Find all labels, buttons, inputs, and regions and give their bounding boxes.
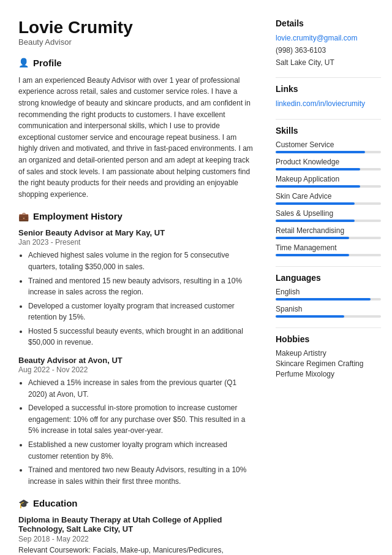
lang-2-label: Spanish	[276, 305, 381, 313]
skill-5-label: Sales & Upselling	[276, 209, 381, 218]
divider-2	[276, 119, 381, 120]
skill-4-bar-fill	[276, 202, 355, 205]
skill-3-bar-bg	[276, 185, 381, 188]
skill-2-label: Product Knowledge	[276, 158, 381, 166]
hobby-3: Perfume Mixology	[276, 370, 381, 378]
lang-1: English	[276, 288, 381, 300]
lang-1-label: English	[276, 288, 381, 296]
skill-1: Customer Service	[276, 140, 381, 153]
job-1-bullet-4: Hosted 5 successful beauty events, which…	[28, 326, 257, 348]
edu-1-degree: Diploma in Beauty Therapy at Utah Colleg…	[18, 515, 257, 534]
profile-text: I am an experienced Beauty Advisor with …	[18, 75, 257, 201]
languages-section: Languages English Spanish	[276, 273, 381, 318]
skill-2: Product Knowledge	[276, 158, 381, 170]
profile-heading: Profile	[33, 58, 62, 68]
skill-1-bar-bg	[276, 151, 381, 153]
languages-heading: Languages	[276, 273, 381, 283]
skill-5: Sales & Upselling	[276, 209, 381, 222]
links-section: Links linkedin.com/in/loviecrumity	[276, 84, 381, 109]
skill-3-label: Makeup Application	[276, 175, 381, 183]
job-2-bullets: Achieved a 15% increase in sales from th…	[18, 377, 257, 487]
job-1-bullet-1: Achieved highest sales volume in the reg…	[28, 250, 257, 272]
job-2-bullet-1: Achieved a 15% increase in sales from th…	[28, 377, 257, 400]
skill-4: Skin Care Advice	[276, 192, 381, 205]
edu-1-date: Sep 2018 - May 2022	[18, 535, 257, 543]
edu-entry-1: Diploma in Beauty Therapy at Utah Colleg…	[18, 515, 257, 555]
candidate-name: Lovie Crumity	[18, 18, 257, 37]
job-2-title: Beauty Advisor at Avon, UT	[18, 356, 257, 365]
employment-icon: 💼	[18, 212, 29, 221]
skill-4-label: Skin Care Advice	[276, 192, 381, 201]
education-icon: 🎓	[18, 499, 29, 508]
lang-2-bar-fill	[276, 315, 344, 318]
skills-section: Skills Customer Service Product Knowledg…	[276, 126, 381, 256]
linkedin-link[interactable]: linkedin.com/in/loviecrumity	[276, 99, 365, 108]
skill-6-label: Retail Merchandising	[276, 226, 381, 235]
skill-7-bar-bg	[276, 254, 381, 256]
skill-1-bar-fill	[276, 151, 365, 153]
details-heading: Details	[276, 18, 381, 28]
skill-6-bar-fill	[276, 237, 349, 239]
job-2-bullet-2: Developed a successful in-store promotio…	[28, 402, 257, 437]
education-section: 🎓 Education Diploma in Beauty Therapy at…	[18, 498, 257, 555]
profile-section: 👤 Profile I am an experienced Beauty Adv…	[18, 58, 257, 201]
skill-7-bar-fill	[276, 254, 349, 256]
skill-7-label: Time Management	[276, 243, 381, 252]
hobby-1: Makeup Artistry	[276, 349, 381, 358]
employment-section: 💼 Employment History Senior Beauty Advis…	[18, 211, 257, 487]
job-1-bullet-3: Developed a customer loyalty program tha…	[28, 300, 257, 323]
skill-3: Makeup Application	[276, 175, 381, 188]
employment-heading: Employment History	[33, 211, 123, 221]
phone: (998) 363-6103	[276, 45, 381, 56]
job-1-date: Jan 2023 - Present	[18, 238, 257, 247]
job-1-bullets: Achieved highest sales volume in the reg…	[18, 250, 257, 348]
hobbies-section: Hobbies Makeup Artistry Skincare Regimen…	[276, 334, 381, 378]
education-heading: Education	[33, 498, 78, 508]
skills-heading: Skills	[276, 126, 381, 136]
skill-6-bar-bg	[276, 237, 381, 239]
job-2-bullet-3: Established a new customer loyalty progr…	[28, 439, 257, 462]
job-1: Senior Beauty Advisor at Mary Kay, UT Ja…	[18, 228, 257, 348]
job-1-title: Senior Beauty Advisor at Mary Kay, UT	[18, 228, 257, 237]
skill-6: Retail Merchandising	[276, 226, 381, 239]
lang-1-bar-fill	[276, 298, 371, 300]
divider-3	[276, 266, 381, 267]
lang-2: Spanish	[276, 305, 381, 318]
location: Salt Lake City, UT	[276, 58, 381, 68]
lang-1-bar-bg	[276, 298, 381, 300]
candidate-title: Beauty Advisor	[18, 37, 257, 47]
hobby-2: Skincare Regimen Crafting	[276, 359, 381, 368]
skill-4-bar-bg	[276, 202, 381, 205]
skill-5-bar-fill	[276, 220, 355, 222]
skill-3-bar-fill	[276, 185, 360, 188]
details-section: Details lovie.crumity@gmail.com (998) 36…	[276, 18, 381, 67]
skill-2-bar-bg	[276, 168, 381, 170]
profile-icon: 👤	[18, 58, 29, 67]
divider-1	[276, 77, 381, 78]
links-heading: Links	[276, 84, 381, 94]
job-2-bullet-4: Trained and mentored two new Beauty Advi…	[28, 464, 257, 487]
skill-1-label: Customer Service	[276, 140, 381, 149]
edu-1-text: Relevant Coursework: Facials, Make-up, M…	[18, 545, 257, 555]
job-1-bullet-2: Trained and mentored 15 new beauty advis…	[28, 275, 257, 298]
job-2-date: Aug 2022 - Nov 2022	[18, 366, 257, 374]
lang-2-bar-bg	[276, 315, 381, 318]
skill-2-bar-fill	[276, 168, 360, 170]
skill-7: Time Management	[276, 243, 381, 256]
email-link[interactable]: lovie.crumity@gmail.com	[276, 34, 358, 42]
hobbies-heading: Hobbies	[276, 334, 381, 344]
divider-4	[276, 327, 381, 328]
skill-5-bar-bg	[276, 220, 381, 222]
job-2: Beauty Advisor at Avon, UT Aug 2022 - No…	[18, 356, 257, 487]
